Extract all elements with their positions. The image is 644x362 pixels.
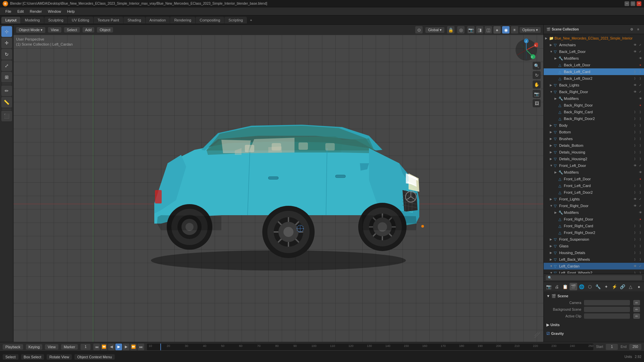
tab-texture-paint[interactable]: Texture Paint — [94, 17, 123, 23]
tree-item-modifiers-3[interactable]: ▶ 🔧 Modifiers 👁 — [544, 169, 644, 176]
viewport-view-menu[interactable]: View — [48, 27, 61, 33]
camera-edit-icon[interactable]: ✏ — [633, 300, 640, 305]
frd-mesh-color[interactable]: ● — [638, 217, 643, 222]
tree-item-left-front-wheels2[interactable]: ▼ ▽ Left_Front_Wheels2 ⟩ ⟩ — [544, 269, 644, 274]
viewport-object-menu[interactable]: Object — [97, 27, 113, 33]
end-frame-input[interactable] — [629, 344, 641, 350]
menu-edit[interactable]: Edit — [15, 9, 26, 14]
hd-action2[interactable]: ⟩ — [638, 250, 643, 255]
prop-tab-output[interactable]: 🖨 — [553, 283, 560, 290]
brushes-action1[interactable]: ⟩ — [633, 136, 637, 141]
mod3-visibility[interactable]: 👁 — [638, 170, 643, 175]
prop-tab-viewlayer[interactable]: 📋 — [561, 283, 569, 290]
body-action2[interactable]: ⟩ — [638, 123, 643, 128]
tree-item-detals-bottom[interactable]: ▶ ▽ Detals_Bottom ⟩ ⟩ — [544, 142, 644, 149]
timeline-menu-marker[interactable]: Marker — [61, 344, 78, 350]
proportional-edit[interactable]: ◎ — [457, 26, 465, 34]
frd2-action1[interactable]: ⟩ — [633, 230, 637, 235]
units-section-header[interactable]: ▶ Units — [546, 321, 641, 328]
fld-exclude[interactable]: ✓ — [638, 163, 643, 168]
tool-transform[interactable]: ⊞ — [1, 72, 12, 82]
tab-sculpting[interactable]: Sculpting — [44, 17, 67, 23]
tab-modeling[interactable]: Modeling — [21, 17, 44, 23]
outliner-search-input[interactable] — [546, 275, 642, 280]
tree-item-bottom[interactable]: ▶ ▽ Bottom ⟩ ⟩ — [544, 129, 644, 135]
armchairs-visibility[interactable]: 👁 — [633, 43, 637, 47]
camera-value[interactable] — [584, 300, 630, 305]
tree-item-front-left-door[interactable]: ▼ ▽ Front_Left_Door 👁 ✓ — [544, 162, 644, 169]
tree-item-brushes[interactable]: ▶ ▽ Brushes ⟩ ⟩ — [544, 135, 644, 142]
current-frame-input[interactable] — [80, 344, 91, 350]
maximize-button[interactable]: □ — [631, 1, 635, 6]
tree-item-back-left-door-mesh[interactable]: ▶ △ Back_Left_Door ● — [544, 62, 644, 68]
bottom-action1[interactable]: ⟩ — [633, 130, 637, 134]
lbw-action1[interactable]: ⟩ — [633, 257, 637, 262]
viewport-gizmo[interactable]: X Y Z — [515, 38, 538, 62]
nav-pan[interactable]: ✋ — [533, 80, 541, 88]
brd2-action2[interactable]: ⟩ — [638, 116, 643, 121]
mod1-visibility[interactable]: 👁 — [638, 56, 643, 61]
tree-item-modifiers-1[interactable]: ▶ 🔧 Modifiers 👁 — [544, 55, 644, 62]
tab-scripting[interactable]: Scripting — [224, 17, 247, 23]
prop-tab-render[interactable]: 📷 — [545, 283, 552, 290]
timeline-track[interactable]: 10 20 30 40 50 60 70 80 90 100 110 120 1… — [147, 344, 593, 350]
prop-tab-object[interactable]: ⬡ — [586, 283, 593, 290]
prop-tab-constraints[interactable]: 🔗 — [619, 283, 626, 290]
nav-orbit[interactable]: ↻ — [533, 71, 541, 79]
snap-toggle[interactable]: 🔒 — [447, 26, 454, 34]
tree-item-front-right-door-mesh[interactable]: ▶ △ Front_Right_Door ● — [544, 216, 644, 223]
status-rotate-view[interactable]: Rotate View — [47, 354, 72, 360]
armchairs-exclude[interactable]: ✓ — [638, 43, 643, 47]
play-btn[interactable]: ▶ — [115, 344, 122, 350]
menu-window[interactable]: Window — [45, 9, 64, 14]
options-menu[interactable]: Options ▾ — [520, 27, 541, 33]
tab-shading[interactable]: Shading — [123, 17, 145, 23]
tree-item-front-left-door2[interactable]: ▶ △ Front_Left_Door2 ⟩ ⟩ — [544, 189, 644, 196]
active-clip-edit-icon[interactable]: ✏ — [633, 313, 640, 319]
db-action1[interactable]: ⟩ — [633, 143, 637, 148]
bld-exclude[interactable]: ✓ — [638, 49, 643, 54]
tree-item-back-right-door-mesh[interactable]: ▶ △ Back_Right_Door ● — [544, 102, 644, 109]
timeline-menu-playback[interactable]: Playback — [3, 344, 23, 350]
tree-item-front-right-card[interactable]: ▶ △ Front_Right_Card ⟩ ⟩ — [544, 223, 644, 229]
dh2-action1[interactable]: ⟩ — [633, 157, 637, 161]
jump-next-keyframe-btn[interactable]: ⏩ — [130, 344, 137, 350]
tool-rotate[interactable]: ↻ — [1, 49, 12, 60]
frd2-action2[interactable]: ⟩ — [638, 230, 643, 235]
transform-space[interactable]: Global ▾ — [425, 27, 444, 33]
viewport-add-menu[interactable]: Add — [83, 27, 95, 33]
fl-exclude[interactable]: ✓ — [638, 197, 643, 201]
object-mode-selector[interactable]: Object Mode ▾ — [16, 27, 45, 33]
tree-item-back-left-door2[interactable]: ▶ △ Back_Left_Door2 ⟩ ⟩ — [544, 75, 644, 82]
tree-item-back-right-card[interactable]: ▶ △ Back_Right_Card ⟩ ⟩ — [544, 109, 644, 115]
glass-action2[interactable]: ⟩ — [638, 244, 643, 248]
tree-item-front-left-card[interactable]: ▶ △ Front_Left_Card ⟩ ⟩ — [544, 182, 644, 189]
bottom-action2[interactable]: ⟩ — [638, 130, 643, 134]
status-select[interactable]: Select — [3, 354, 18, 360]
mod2-visibility[interactable]: 👁 — [638, 96, 643, 101]
prop-tab-scene[interactable]: 🎬 — [570, 283, 577, 290]
nav-rendered[interactable]: 🖼 — [533, 99, 541, 107]
tool-move[interactable]: ✛ — [1, 38, 12, 48]
tree-item-detals-housing[interactable]: ▶ ▽ Detals_Housing ⟩ ⟩ — [544, 149, 644, 156]
menu-help[interactable]: Help — [64, 9, 77, 14]
prop-tab-modifier[interactable]: 🔧 — [594, 283, 602, 290]
tree-item-back-lights[interactable]: ▶ ▽ Back_Lights 👁 ✓ — [544, 82, 644, 88]
tool-add-cube[interactable]: ⬛ — [1, 111, 12, 121]
tree-item-front-right-door2[interactable]: ▶ △ Front_Right_Door2 ⟩ ⟩ — [544, 229, 644, 236]
timeline-menu-keying[interactable]: Keying — [26, 344, 43, 350]
active-clip-value[interactable] — [584, 313, 630, 319]
start-frame-input[interactable] — [606, 344, 618, 350]
tree-item-armchairs[interactable]: ▶ ▽ Armchairs 👁 ✓ — [544, 42, 644, 48]
frc-action1[interactable]: ⟩ — [633, 224, 637, 228]
flc-action2[interactable]: ⟩ — [638, 183, 643, 188]
tree-item-back-left-door[interactable]: ▼ ▽ Back_Left_Door 👁 ✓ — [544, 48, 644, 55]
viewport-select-menu[interactable]: Select — [64, 27, 80, 33]
tree-item-housing-detals[interactable]: ▶ ▽ Housing_Detals ⟩ ⟩ — [544, 249, 644, 256]
dh2-action2[interactable]: ⟩ — [638, 157, 643, 161]
bl-visibility[interactable]: 👁 — [633, 83, 637, 87]
minimize-button[interactable]: ─ — [625, 1, 629, 6]
gravity-checkbox[interactable]: ☑ — [546, 331, 550, 336]
mod4-visibility[interactable]: 👁 — [638, 210, 643, 215]
fld-visibility[interactable]: 👁 — [633, 163, 637, 168]
